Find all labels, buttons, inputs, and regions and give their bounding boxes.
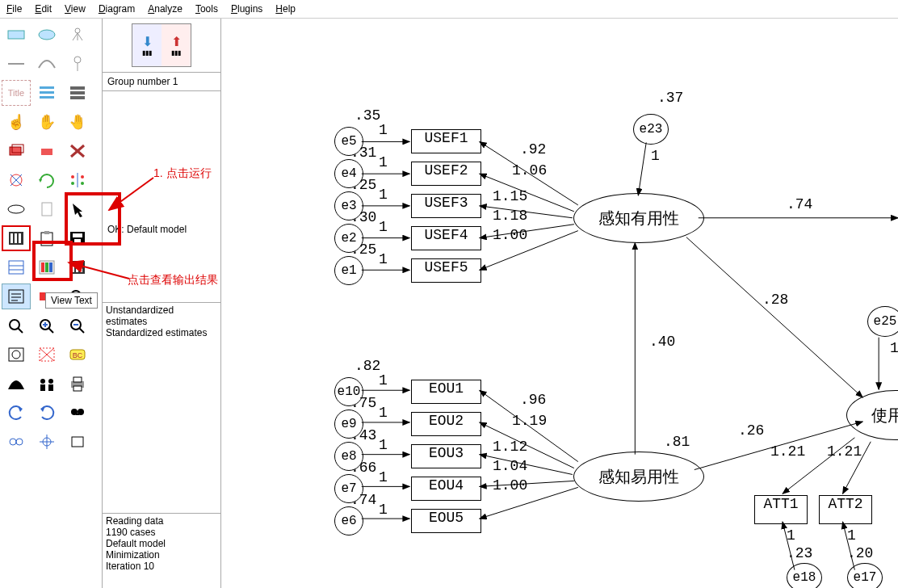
err-e23[interactable]: e23: [633, 114, 669, 145]
tool-undo[interactable]: [2, 400, 31, 426]
box-eou4[interactable]: EOU4: [411, 477, 481, 501]
svg-point-75: [40, 379, 45, 384]
tool-list[interactable]: [32, 80, 61, 106]
tool-dist[interactable]: [2, 371, 31, 397]
tool-zoom[interactable]: [2, 313, 31, 338]
tool-delete[interactable]: [63, 138, 92, 164]
tool-resize[interactable]: [32, 342, 61, 368]
tool-cov[interactable]: [32, 51, 61, 77]
svg-line-103: [638, 142, 646, 195]
box-usef2[interactable]: USEF2: [411, 162, 481, 186]
err-e17[interactable]: e17: [847, 563, 883, 588]
group-item[interactable]: Group number 1: [106, 74, 217, 89]
model-thumbnail[interactable]: ⬇▮▮▮ ⬆▮▮▮: [103, 19, 220, 73]
svg-rect-17: [41, 149, 52, 155]
tool-spec[interactable]: [63, 429, 92, 455]
svg-rect-12: [70, 86, 85, 90]
svg-rect-32: [10, 233, 13, 243]
diagram-canvas[interactable]: .37 e23 1 感知有用性 .35 e5 1 USEF1 .31 e4 1 …: [221, 19, 898, 588]
tool-find[interactable]: [63, 400, 92, 426]
val-e8: .43: [350, 427, 376, 443]
box-eou2[interactable]: EOU2: [411, 412, 481, 436]
tool-group[interactable]: [32, 371, 61, 397]
tool-reflect[interactable]: [63, 167, 92, 193]
latent-att[interactable]: 使用态: [846, 390, 898, 440]
menu-help[interactable]: Help: [275, 3, 296, 15]
estimates-panel[interactable]: Unstandardized estimates Standardized es…: [103, 303, 220, 514]
tool-reshape[interactable]: [2, 167, 31, 193]
err-e25[interactable]: e25: [867, 306, 898, 337]
tool-drag[interactable]: [32, 429, 61, 455]
menu-bar: File Edit View Diagram Analyze Tools Plu…: [0, 0, 898, 19]
err-e1[interactable]: e1: [334, 256, 363, 285]
tool-moveparam[interactable]: [2, 196, 31, 222]
val-e2: .30: [350, 209, 376, 225]
tool-fitpage[interactable]: [2, 342, 31, 368]
tool-zoom-out[interactable]: [63, 313, 92, 338]
tool-latent[interactable]: [63, 22, 92, 48]
pe-e3: 1.12: [493, 439, 527, 455]
menu-file[interactable]: File: [6, 3, 22, 15]
tool-error[interactable]: [63, 51, 92, 77]
menu-diagram[interactable]: Diagram: [99, 3, 135, 15]
svg-rect-9: [40, 86, 54, 89]
model-item[interactable]: OK: Default model: [106, 222, 217, 237]
tool-link[interactable]: [2, 429, 31, 455]
err-e6[interactable]: e6: [334, 506, 363, 536]
menu-tools[interactable]: Tools: [195, 3, 218, 15]
box-eou3[interactable]: EOU3: [411, 444, 481, 468]
box-usef5[interactable]: USEF5: [411, 258, 481, 283]
menu-edit[interactable]: Edit: [35, 3, 52, 15]
est-unstd[interactable]: Unstandardized estimates: [106, 304, 217, 327]
one-e8: 1: [379, 437, 388, 453]
box-eou5[interactable]: EOU5: [411, 509, 481, 533]
tool-rotate[interactable]: [32, 167, 61, 193]
tool-zoom-in[interactable]: [32, 313, 61, 338]
tool-move[interactable]: [32, 138, 61, 164]
box-usef3[interactable]: USEF3: [411, 194, 481, 218]
log-line: Default model: [106, 538, 217, 549]
svg-point-7: [74, 57, 81, 63]
est-std[interactable]: Standardized estimates: [106, 327, 217, 338]
tool-bc[interactable]: BC: [63, 342, 92, 368]
tool-ellipse[interactable]: [32, 22, 61, 48]
tool-deselect[interactable]: 🤚: [63, 109, 92, 135]
svg-rect-80: [73, 377, 82, 382]
box-att2[interactable]: ATT2: [819, 495, 872, 524]
tool-scroll[interactable]: [32, 196, 61, 222]
box-eou1[interactable]: EOU1: [411, 380, 481, 404]
tool-copy[interactable]: [2, 138, 31, 164]
pu-u5: 1.00: [493, 227, 527, 243]
menu-plugins[interactable]: Plugins: [231, 3, 262, 15]
err-e18[interactable]: e18: [787, 563, 822, 588]
tool-path[interactable]: [2, 51, 31, 77]
one-e10: 1: [379, 372, 388, 388]
peou-coef: .81: [664, 434, 690, 450]
menu-analyze[interactable]: Analyze: [148, 3, 183, 15]
tool-view-text[interactable]: [2, 284, 31, 309]
tool-stack[interactable]: [63, 80, 92, 106]
svg-line-105: [686, 237, 862, 398]
tool-select-all[interactable]: ✋: [32, 109, 61, 135]
tool-redo[interactable]: [32, 400, 61, 426]
latent-pu[interactable]: 感知有用性: [573, 193, 704, 243]
menu-view[interactable]: View: [65, 3, 86, 15]
box-att1[interactable]: ATT1: [754, 495, 808, 524]
box-usef1[interactable]: USEF1: [411, 129, 481, 153]
one-e17: 1: [847, 527, 856, 544]
log-line: Reading data: [106, 515, 217, 527]
tool-print[interactable]: [63, 371, 92, 397]
tool-props[interactable]: [2, 254, 31, 280]
latent-peou[interactable]: 感知易用性: [573, 452, 704, 502]
box-usef4[interactable]: USEF4: [411, 226, 481, 250]
tool-title[interactable]: Title: [2, 80, 31, 106]
one-e23: 1: [651, 148, 660, 164]
one-e1: 1: [379, 251, 388, 267]
tool-calc[interactable]: [2, 225, 31, 251]
pe-e1: .96: [520, 392, 546, 408]
svg-rect-14: [70, 96, 85, 99]
tool-rect[interactable]: [2, 22, 31, 48]
tool-select-one[interactable]: ☝: [2, 109, 31, 135]
groups-panel[interactable]: Group number 1: [103, 73, 220, 91]
pe-e2: 1.19: [512, 413, 547, 429]
